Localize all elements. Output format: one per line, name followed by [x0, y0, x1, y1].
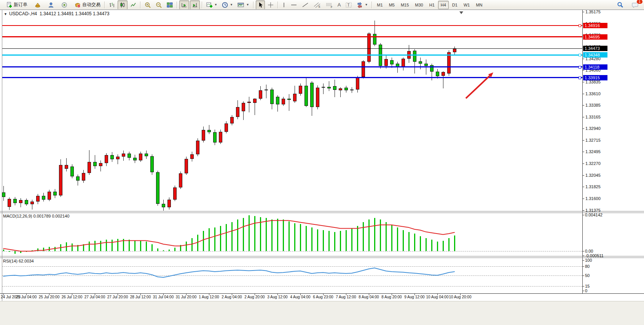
price-tick-label: 1.35175	[585, 10, 612, 14]
chart-shift-icon	[192, 2, 198, 8]
quotes-button[interactable]	[33, 0, 43, 10]
timeframe-button-m15[interactable]: M15	[398, 1, 411, 9]
bar-chart-button[interactable]	[107, 0, 117, 10]
zoom-in-button[interactable]	[143, 0, 153, 10]
chart-shift-marker[interactable]	[459, 11, 463, 14]
periods-icon	[222, 2, 228, 8]
timeframe-button-h4[interactable]: H4	[438, 1, 449, 9]
time-label: 10 Aug 20:00	[443, 295, 477, 299]
svg-text:F: F	[331, 6, 332, 8]
toolbar-separator	[177, 2, 177, 8]
profile-button[interactable]	[46, 0, 56, 10]
svg-text:T: T	[348, 3, 350, 7]
price-badge: 1.34473	[583, 46, 607, 51]
macd-axis-label: -0.000511	[585, 253, 604, 258]
text-label-button[interactable]: T	[343, 0, 354, 10]
price-tick-label: 1.31375	[585, 208, 612, 213]
price-tick-mark	[583, 187, 584, 187]
toolbar-separator	[104, 2, 105, 8]
cursor-button[interactable]	[256, 0, 265, 10]
timeframe-group: M1M5M15M30H1H4D1W1MN	[374, 0, 485, 10]
fibonacci-button[interactable]: F	[324, 0, 335, 10]
price-tick-label: 1.32270	[585, 161, 612, 166]
price-tick-label: 1.32495	[585, 149, 612, 154]
candlestick-chart-button[interactable]	[118, 0, 128, 10]
price-badge: 1.34348	[583, 52, 607, 58]
text-button[interactable]: A	[336, 0, 343, 10]
macd-axis-label: 0.004142	[585, 213, 603, 217]
trendline-button[interactable]	[300, 0, 311, 10]
rsi-tick-mark	[583, 275, 584, 276]
horizontal-line-button[interactable]	[289, 0, 299, 10]
notifications-button[interactable]: 1	[630, 0, 641, 10]
toolbar-separator	[202, 2, 202, 8]
expand-triangle-icon: ▼	[4, 12, 7, 16]
rsi-tick-mark	[583, 266, 584, 267]
rsi-axis-label: 80	[585, 264, 590, 269]
macd-label: MACD(12,26,9) 0.001789 0.002140	[3, 214, 69, 218]
toolbar-separator	[277, 2, 278, 8]
chevron-down-icon: ▼	[365, 3, 368, 6]
toolbar-separator	[371, 2, 372, 8]
chart-window: ▼USDCAD-,H4 1.34412 1.34491 1.34405 1.34…	[0, 9, 644, 325]
vertical-line-button[interactable]	[280, 0, 288, 10]
line-chart-button[interactable]	[128, 0, 138, 10]
autotrading-icon	[75, 2, 81, 8]
webinar-icon	[61, 2, 67, 8]
periods-button[interactable]: ▼	[220, 0, 235, 10]
auto-scroll-button[interactable]	[179, 0, 189, 10]
horizontal-line-icon	[290, 2, 297, 8]
search-icon	[617, 2, 623, 8]
rsi-tick-mark	[583, 291, 584, 291]
tile-windows-button[interactable]	[165, 0, 175, 10]
line-chart-icon	[130, 2, 136, 8]
crosshair-button[interactable]	[266, 0, 276, 10]
price-tick-label: 1.33165	[585, 115, 612, 119]
autotrading-button[interactable]: 自动交易	[73, 0, 102, 10]
chevron-down-icon: ▼	[214, 3, 217, 6]
price-tick-mark	[583, 175, 584, 176]
timeframe-button-m5[interactable]: M5	[386, 1, 397, 9]
zoom-out-icon	[156, 2, 162, 8]
timeframe-button-mn[interactable]: MN	[473, 1, 485, 9]
timeframe-button-m1[interactable]: M1	[374, 1, 385, 9]
trendline-icon	[302, 2, 309, 8]
macd-axis-label: 0.00	[585, 249, 593, 253]
templates-icon	[238, 2, 244, 8]
channel-button[interactable]: E	[311, 0, 323, 10]
chart-title: ▼USDCAD-,H4 1.34412 1.34491 1.34405 1.34…	[4, 11, 109, 16]
new-order-icon	[6, 2, 12, 8]
timeframe-button-m30[interactable]: M30	[412, 1, 426, 9]
timeframe-button-h1[interactable]: H1	[427, 1, 437, 9]
indicators-icon	[206, 2, 212, 8]
price-badge: 1.34695	[583, 34, 607, 40]
shapes-button[interactable]: ▼	[355, 0, 370, 10]
webinar-button[interactable]	[59, 0, 69, 10]
timeframe-button-d1[interactable]: D1	[450, 1, 460, 9]
timeframe-button-w1[interactable]: W1	[461, 1, 473, 9]
zoom-in-icon	[145, 2, 151, 8]
search-button[interactable]	[615, 0, 625, 10]
fibonacci-icon: F	[325, 2, 333, 8]
profile-icon	[48, 2, 54, 8]
price-tick-mark	[583, 82, 584, 82]
macd-tick-mark	[583, 256, 584, 256]
chevron-down-icon: ▼	[246, 3, 249, 6]
new-order-button[interactable]: 新订单	[4, 0, 29, 10]
zoom-out-button[interactable]	[154, 0, 164, 10]
new-order-label: 新订单	[14, 2, 27, 8]
main-toolbar: 新订单 自动交易	[0, 0, 644, 10]
price-tick-mark	[583, 117, 584, 117]
price-tick-mark	[583, 70, 584, 70]
axis-layer: 1.351751.349501.347301.345051.342801.340…	[0, 9, 644, 325]
price-tick-label: 1.32045	[585, 173, 612, 178]
tile-windows-icon	[167, 2, 173, 8]
chart-shift-button[interactable]	[190, 0, 200, 10]
templates-button[interactable]: ▼	[236, 0, 251, 10]
rsi-axis-label: 0	[585, 288, 587, 293]
bar-chart-icon	[109, 2, 115, 8]
price-tick-label: 1.31825	[585, 184, 612, 189]
indicators-button[interactable]: ▼	[204, 0, 219, 10]
price-tick-mark	[583, 152, 584, 152]
rsi-tick-mark	[583, 260, 584, 261]
